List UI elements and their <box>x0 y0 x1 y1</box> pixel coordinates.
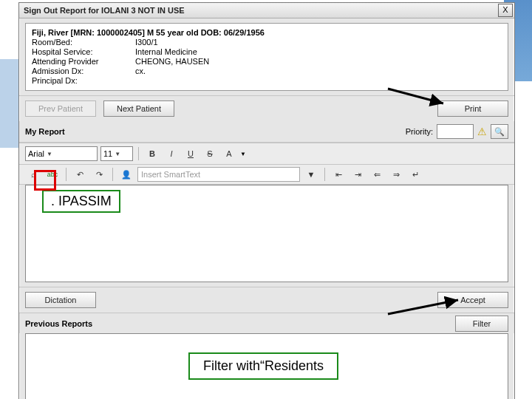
chevron-down-icon: ▼ <box>240 151 246 157</box>
editor-button-row: Dictation Accept <box>19 287 514 313</box>
nav-left-button[interactable]: ⇤ <box>330 167 347 182</box>
search-icon: 🔍 <box>494 127 505 137</box>
prev-patient-button: Prev Patient <box>25 100 96 117</box>
separator <box>66 168 66 181</box>
font-name-value: Arial <box>28 149 44 158</box>
service-value: Internal Medicine <box>135 47 197 56</box>
signout-window: Sign Out Report for IOLANI 3 NOT IN USE … <box>18 2 515 399</box>
warning-icon: ⚠ <box>477 126 487 137</box>
font-color-button[interactable]: A <box>221 146 237 161</box>
my-report-label: My Report <box>25 127 402 136</box>
underline-button[interactable]: U <box>183 146 199 161</box>
insert-placeholder: Insert SmartText <box>141 170 200 179</box>
principal-dx-label: Principal Dx: <box>32 76 113 85</box>
indent-button[interactable]: ⇒ <box>388 167 404 182</box>
dictation-button[interactable]: Dictation <box>25 292 96 308</box>
previous-reports-area: Filter with“Residents <box>25 333 508 399</box>
font-name-combo[interactable]: Arial▼ <box>25 146 98 161</box>
spellcheck-button[interactable]: abc <box>44 167 61 182</box>
patient-info-pane: Fiji, River [MRN: 1000002405] M 55 year … <box>25 23 508 91</box>
undo-button[interactable]: ↶ <box>72 167 88 182</box>
insert-toolbar: ⌕ abc ↶ ↷ 👤 Insert SmartText ▼ ⇤ ⇥ ⇐ ⇒ ↵ <box>19 165 514 185</box>
report-editor[interactable]: . IPASSIM <box>25 185 508 282</box>
previous-reports-label: Previous Reports <box>25 319 455 328</box>
italic-button[interactable]: I <box>163 146 180 161</box>
previous-reports-header: Previous Reports Filter <box>19 313 514 333</box>
format-toolbar: Arial▼ 11▼ B I U S A ▼ <box>19 143 514 165</box>
insert-go-button[interactable]: ▼ <box>303 167 319 182</box>
filter-callout-text: Filter with“Residents <box>203 358 324 373</box>
next-patient-button[interactable]: Next Patient <box>103 100 174 117</box>
font-size-combo[interactable]: 11▼ <box>100 146 133 161</box>
editor-callout: . IPASSIM <box>42 190 120 213</box>
chevron-down-icon: ▼ <box>47 151 52 157</box>
filter-button[interactable]: Filter <box>455 316 508 332</box>
window-close-button[interactable]: X <box>498 4 513 17</box>
editor-text: . IPASSIM <box>51 194 112 208</box>
chevron-down-icon: ▼ <box>115 151 120 157</box>
zoom-button[interactable]: ⌕ <box>25 167 41 182</box>
nav-button-row: Prev Patient Next Patient Print <box>19 95 514 121</box>
print-button[interactable]: Print <box>437 100 508 117</box>
separator <box>138 147 139 160</box>
window-title: Sign Out Report for IOLANI 3 NOT IN USE <box>24 6 498 15</box>
nav-right-button[interactable]: ⇥ <box>349 167 366 182</box>
title-bar: Sign Out Report for IOLANI 3 NOT IN USE … <box>19 3 514 18</box>
attending-value: CHEONG, HAUSEN <box>135 57 209 66</box>
my-report-header-row: My Report Priority: ⚠ 🔍 <box>19 121 514 143</box>
service-label: Hospital Service: <box>32 47 113 56</box>
attending-label: Attending Provider <box>32 57 113 66</box>
strike-button[interactable]: S <box>202 146 218 161</box>
insert-smarttext-field[interactable]: Insert SmartText <box>137 167 300 182</box>
room-value: I300/1 <box>135 38 158 47</box>
admission-dx-label: Admission Dx: <box>32 66 113 75</box>
bold-button[interactable]: B <box>144 146 160 161</box>
priority-input[interactable] <box>437 124 474 139</box>
filter-callout: Filter with“Residents <box>188 352 338 380</box>
font-size-value: 11 <box>103 149 112 158</box>
priority-label: Priority: <box>406 127 433 136</box>
smartlink-button[interactable]: 👤 <box>118 167 134 182</box>
redo-button[interactable]: ↷ <box>91 167 107 182</box>
outdent-button[interactable]: ⇐ <box>369 167 385 182</box>
patient-header: Fiji, River [MRN: 1000002405] M 55 year … <box>32 28 502 37</box>
room-label: Room/Bed: <box>32 38 113 47</box>
priority-search-button[interactable]: 🔍 <box>491 124 508 139</box>
separator <box>112 168 113 181</box>
separator <box>324 168 325 181</box>
jump-button[interactable]: ↵ <box>407 167 423 182</box>
accept-button[interactable]: Accept <box>437 292 508 308</box>
admission-dx-value: cx. <box>135 66 146 75</box>
